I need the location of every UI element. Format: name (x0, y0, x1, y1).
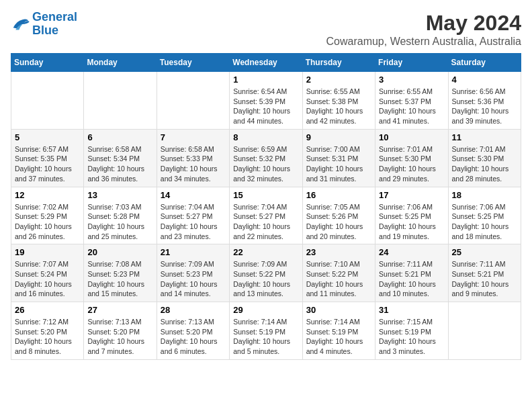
calendar-week-row: 1Sunrise: 6:54 AM Sunset: 5:39 PM Daylig… (11, 72, 521, 130)
day-cell-20: 20Sunrise: 7:08 AM Sunset: 5:23 PM Dayli… (84, 244, 157, 302)
day-info: Sunrise: 7:09 AM Sunset: 5:23 PM Dayligh… (161, 259, 226, 299)
day-info: Sunrise: 7:09 AM Sunset: 5:22 PM Dayligh… (233, 259, 298, 299)
day-header-sunday: Sunday (11, 54, 84, 72)
day-number: 18 (452, 190, 517, 200)
day-number: 29 (233, 305, 298, 315)
day-info: Sunrise: 7:07 AM Sunset: 5:24 PM Dayligh… (15, 259, 80, 299)
day-info: Sunrise: 7:08 AM Sunset: 5:23 PM Dayligh… (87, 259, 152, 299)
day-info: Sunrise: 7:13 AM Sunset: 5:20 PM Dayligh… (161, 317, 226, 357)
day-cell-8: 8Sunrise: 6:59 AM Sunset: 5:32 PM Daylig… (230, 129, 302, 187)
calendar-week-row: 12Sunrise: 7:02 AM Sunset: 5:29 PM Dayli… (11, 187, 521, 244)
day-info: Sunrise: 6:54 AM Sunset: 5:39 PM Dayligh… (233, 87, 298, 126)
day-number: 6 (87, 132, 152, 142)
day-info: Sunrise: 7:11 AM Sunset: 5:21 PM Dayligh… (379, 259, 444, 299)
day-info: Sunrise: 7:03 AM Sunset: 5:28 PM Dayligh… (87, 202, 152, 242)
day-header-wednesday: Wednesday (230, 54, 302, 72)
day-cell-26: 26Sunrise: 7:12 AM Sunset: 5:20 PM Dayli… (11, 302, 84, 360)
logo: General Blue (11, 11, 77, 38)
day-number: 27 (87, 305, 152, 315)
day-number: 8 (233, 132, 298, 142)
day-number: 24 (379, 247, 444, 257)
day-info: Sunrise: 7:01 AM Sunset: 5:30 PM Dayligh… (379, 144, 444, 184)
day-cell-18: 18Sunrise: 7:06 AM Sunset: 5:25 PM Dayli… (448, 187, 521, 244)
day-info: Sunrise: 7:00 AM Sunset: 5:31 PM Dayligh… (306, 144, 371, 184)
day-cell-29: 29Sunrise: 7:14 AM Sunset: 5:19 PM Dayli… (230, 302, 302, 360)
title-area: May 2024 Cowaramup, Western Australia, A… (326, 11, 522, 48)
day-cell-27: 27Sunrise: 7:13 AM Sunset: 5:20 PM Dayli… (84, 302, 157, 360)
calendar-header-row: SundayMondayTuesdayWednesdayThursdayFrid… (11, 54, 521, 72)
day-cell-17: 17Sunrise: 7:06 AM Sunset: 5:25 PM Dayli… (375, 187, 448, 244)
day-header-tuesday: Tuesday (157, 54, 229, 72)
day-number: 17 (379, 190, 444, 200)
day-info: Sunrise: 7:01 AM Sunset: 5:30 PM Dayligh… (452, 144, 517, 184)
logo-text: General Blue (32, 11, 77, 38)
day-info: Sunrise: 7:13 AM Sunset: 5:20 PM Dayligh… (87, 317, 152, 357)
month-title: May 2024 (326, 11, 522, 36)
logo-line1: General (32, 10, 77, 24)
day-cell-3: 3Sunrise: 6:55 AM Sunset: 5:37 PM Daylig… (375, 72, 448, 130)
day-info: Sunrise: 7:05 AM Sunset: 5:26 PM Dayligh… (306, 202, 371, 242)
day-info: Sunrise: 7:14 AM Sunset: 5:19 PM Dayligh… (233, 317, 298, 357)
day-number: 1 (233, 75, 298, 85)
day-number: 15 (233, 190, 298, 200)
day-cell-7: 7Sunrise: 6:58 AM Sunset: 5:33 PM Daylig… (157, 129, 229, 187)
day-number: 14 (161, 190, 226, 200)
day-cell-30: 30Sunrise: 7:14 AM Sunset: 5:19 PM Dayli… (302, 302, 375, 360)
page-header: General Blue May 2024 Cowaramup, Western… (11, 11, 521, 48)
day-header-monday: Monday (84, 54, 157, 72)
day-cell-10: 10Sunrise: 7:01 AM Sunset: 5:30 PM Dayli… (375, 129, 448, 187)
day-cell-6: 6Sunrise: 6:58 AM Sunset: 5:34 PM Daylig… (84, 129, 157, 187)
day-number: 16 (306, 190, 371, 200)
day-number: 13 (87, 190, 152, 200)
day-number: 12 (15, 190, 80, 200)
empty-cell (84, 72, 157, 130)
empty-cell (448, 302, 521, 360)
day-info: Sunrise: 7:14 AM Sunset: 5:19 PM Dayligh… (306, 317, 371, 357)
day-number: 10 (379, 132, 444, 142)
day-cell-31: 31Sunrise: 7:15 AM Sunset: 5:19 PM Dayli… (375, 302, 448, 360)
day-number: 5 (15, 132, 80, 142)
empty-cell (11, 72, 84, 130)
day-info: Sunrise: 6:58 AM Sunset: 5:33 PM Dayligh… (161, 144, 226, 184)
day-info: Sunrise: 7:11 AM Sunset: 5:21 PM Dayligh… (452, 259, 517, 299)
day-cell-15: 15Sunrise: 7:04 AM Sunset: 5:27 PM Dayli… (230, 187, 302, 244)
day-cell-12: 12Sunrise: 7:02 AM Sunset: 5:29 PM Dayli… (11, 187, 84, 244)
calendar-week-row: 26Sunrise: 7:12 AM Sunset: 5:20 PM Dayli… (11, 302, 521, 360)
day-header-saturday: Saturday (448, 54, 521, 72)
logo-line2: Blue (32, 24, 58, 37)
day-number: 22 (233, 247, 298, 257)
day-info: Sunrise: 7:04 AM Sunset: 5:27 PM Dayligh… (161, 202, 226, 242)
day-info: Sunrise: 7:12 AM Sunset: 5:20 PM Dayligh… (15, 317, 80, 357)
day-cell-2: 2Sunrise: 6:55 AM Sunset: 5:38 PM Daylig… (302, 72, 375, 130)
day-cell-9: 9Sunrise: 7:00 AM Sunset: 5:31 PM Daylig… (302, 129, 375, 187)
logo-icon (11, 16, 30, 32)
day-number: 11 (452, 132, 517, 142)
day-info: Sunrise: 7:06 AM Sunset: 5:25 PM Dayligh… (379, 202, 444, 242)
day-number: 9 (306, 132, 371, 142)
day-info: Sunrise: 6:57 AM Sunset: 5:35 PM Dayligh… (15, 144, 80, 184)
calendar-week-row: 19Sunrise: 7:07 AM Sunset: 5:24 PM Dayli… (11, 244, 521, 302)
empty-cell (157, 72, 229, 130)
day-number: 30 (306, 305, 371, 315)
day-cell-16: 16Sunrise: 7:05 AM Sunset: 5:26 PM Dayli… (302, 187, 375, 244)
day-number: 26 (15, 305, 80, 315)
day-number: 19 (15, 247, 80, 257)
day-info: Sunrise: 7:04 AM Sunset: 5:27 PM Dayligh… (233, 202, 298, 242)
day-cell-11: 11Sunrise: 7:01 AM Sunset: 5:30 PM Dayli… (448, 129, 521, 187)
day-cell-22: 22Sunrise: 7:09 AM Sunset: 5:22 PM Dayli… (230, 244, 302, 302)
day-number: 21 (161, 247, 226, 257)
calendar-week-row: 5Sunrise: 6:57 AM Sunset: 5:35 PM Daylig… (11, 129, 521, 187)
day-number: 20 (87, 247, 152, 257)
location-subtitle: Cowaramup, Western Australia, Australia (326, 36, 522, 48)
day-header-friday: Friday (375, 54, 448, 72)
day-info: Sunrise: 7:06 AM Sunset: 5:25 PM Dayligh… (452, 202, 517, 242)
day-cell-14: 14Sunrise: 7:04 AM Sunset: 5:27 PM Dayli… (157, 187, 229, 244)
day-cell-13: 13Sunrise: 7:03 AM Sunset: 5:28 PM Dayli… (84, 187, 157, 244)
day-number: 23 (306, 247, 371, 257)
day-cell-1: 1Sunrise: 6:54 AM Sunset: 5:39 PM Daylig… (230, 72, 302, 130)
day-cell-23: 23Sunrise: 7:10 AM Sunset: 5:22 PM Dayli… (302, 244, 375, 302)
day-cell-19: 19Sunrise: 7:07 AM Sunset: 5:24 PM Dayli… (11, 244, 84, 302)
day-cell-5: 5Sunrise: 6:57 AM Sunset: 5:35 PM Daylig… (11, 129, 84, 187)
day-number: 28 (161, 305, 226, 315)
day-info: Sunrise: 6:55 AM Sunset: 5:37 PM Dayligh… (379, 87, 444, 126)
